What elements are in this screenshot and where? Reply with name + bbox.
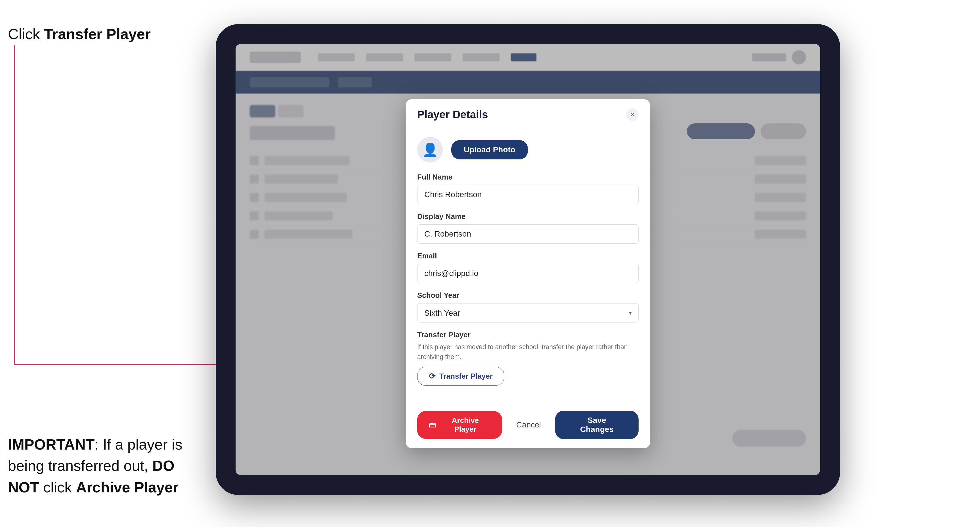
- full-name-field-group: Full Name: [417, 173, 639, 204]
- transfer-player-button[interactable]: ⟳ Transfer Player: [417, 367, 504, 386]
- modal-title: Player Details: [417, 109, 488, 121]
- display-name-input[interactable]: [417, 224, 639, 244]
- archive-button-label: Archive Player: [440, 416, 491, 434]
- player-details-modal: Player Details × 👤 Upload Photo Full Nam: [406, 99, 650, 448]
- app-background: Player Details × 👤 Upload Photo Full Nam: [235, 44, 820, 475]
- full-name-input[interactable]: [417, 185, 639, 204]
- email-field-group: Email: [417, 252, 639, 283]
- archive-player-button[interactable]: 🗃 Archive Player: [417, 411, 502, 439]
- email-label: Email: [417, 252, 639, 260]
- archive-icon: 🗃: [428, 421, 436, 429]
- important-label: IMPORTANT: [8, 436, 94, 453]
- transfer-player-label: Transfer Player: [417, 330, 639, 339]
- display-name-label: Display Name: [417, 212, 639, 221]
- bottom-text2: click: [39, 479, 76, 495]
- instruction-bold: Transfer Player: [44, 26, 151, 42]
- full-name-label: Full Name: [417, 173, 639, 181]
- instruction-bottom: IMPORTANT: If a player is being transfer…: [8, 434, 201, 498]
- person-icon: 👤: [422, 142, 438, 157]
- tablet-device: Player Details × 👤 Upload Photo Full Nam: [216, 24, 840, 495]
- modal-close-button[interactable]: ×: [626, 108, 639, 121]
- archive-label: Archive Player: [76, 479, 178, 495]
- transfer-icon: ⟳: [429, 371, 435, 381]
- modal-footer: 🗃 Archive Player Cancel Save Changes: [406, 404, 650, 448]
- modal-header: Player Details ×: [406, 99, 650, 128]
- school-year-field-group: School Year First Year Second Year Third…: [417, 291, 639, 322]
- transfer-button-label: Transfer Player: [439, 372, 493, 381]
- save-changes-button[interactable]: Save Changes: [555, 411, 639, 439]
- school-year-select[interactable]: First Year Second Year Third Year Fourth…: [417, 303, 639, 322]
- cancel-button[interactable]: Cancel: [508, 415, 549, 435]
- transfer-player-description: If this player has moved to another scho…: [417, 342, 639, 362]
- tablet-screen: Player Details × 👤 Upload Photo Full Nam: [235, 44, 820, 475]
- avatar-circle: 👤: [417, 137, 443, 162]
- school-year-select-wrapper: First Year Second Year Third Year Fourth…: [417, 303, 639, 322]
- instruction-top: Click Transfer Player: [8, 25, 151, 43]
- instruction-prefix: Click: [8, 26, 44, 42]
- email-input[interactable]: [417, 264, 639, 283]
- school-year-label: School Year: [417, 291, 639, 300]
- display-name-field-group: Display Name: [417, 212, 639, 244]
- transfer-player-section: Transfer Player If this player has moved…: [417, 330, 639, 386]
- arrow-vertical: [14, 45, 15, 365]
- upload-photo-button[interactable]: Upload Photo: [451, 140, 528, 159]
- avatar-section: 👤 Upload Photo: [417, 137, 639, 162]
- modal-body: 👤 Upload Photo Full Name Display Name: [406, 128, 650, 404]
